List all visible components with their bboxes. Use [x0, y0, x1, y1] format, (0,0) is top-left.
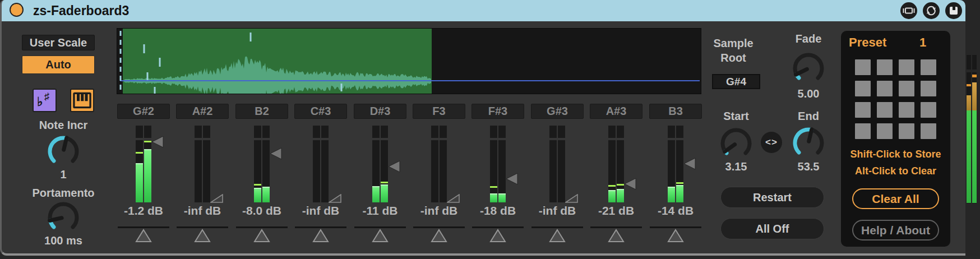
note-label[interactable]: G#2	[117, 104, 170, 119]
fader-handle[interactable]	[151, 136, 164, 148]
pan-slider-track	[590, 226, 642, 228]
pan-slider-handle[interactable]	[372, 229, 389, 243]
fader-meter[interactable]	[410, 126, 468, 205]
note-incr-value: 1	[24, 168, 103, 181]
pan-slider-track	[236, 226, 288, 228]
all-off-button[interactable]: All Off	[720, 218, 824, 239]
start-knob[interactable]	[718, 126, 754, 161]
preset-slot-1[interactable]	[855, 59, 871, 75]
preset-slot-7[interactable]	[899, 81, 914, 96]
clear-all-button[interactable]: Clear All	[852, 188, 939, 209]
note-label[interactable]: F3	[413, 104, 465, 119]
portamento-knob[interactable]	[45, 200, 81, 235]
fader-handle-min[interactable]	[329, 194, 341, 203]
fader-meter[interactable]	[233, 126, 291, 205]
preset-title: Preset	[849, 35, 886, 50]
fader-meter[interactable]	[469, 126, 527, 205]
note-label[interactable]: F#3	[471, 104, 524, 119]
fader-meter[interactable]	[587, 126, 645, 205]
preset-slot-6[interactable]	[877, 81, 893, 96]
sample-root-label: Sample Root	[707, 36, 760, 65]
meter-headroom-right	[381, 126, 388, 138]
fader-handle-min[interactable]	[565, 194, 578, 203]
preset-slot-14[interactable]	[877, 123, 893, 139]
fader-meter[interactable]	[292, 126, 350, 205]
fader-meter[interactable]	[114, 126, 173, 205]
pan-slider-handle[interactable]	[135, 229, 152, 243]
meter-headroom-left	[372, 126, 380, 138]
preset-slot-8[interactable]	[921, 81, 936, 96]
pan-slider-handle[interactable]	[431, 229, 447, 243]
fader-db-value[interactable]: -18 dB	[469, 204, 527, 218]
fader-db-value[interactable]: -inf dB	[528, 204, 586, 218]
fader-handle[interactable]	[683, 158, 696, 170]
preset-slot-16[interactable]	[921, 123, 936, 139]
device-activator-toggle[interactable]	[10, 3, 24, 17]
pan-slider-handle[interactable]	[667, 229, 684, 243]
fader-db-value[interactable]: -11 dB	[351, 204, 409, 218]
fader-handle[interactable]	[506, 173, 518, 185]
fade-knob[interactable]	[791, 50, 826, 86]
meter-track-right	[321, 140, 329, 202]
fader-db-value[interactable]: -14 dB	[646, 204, 705, 218]
pan-slider-handle[interactable]	[253, 229, 270, 243]
sync-icon[interactable]	[923, 2, 940, 19]
meter-track-right	[498, 140, 506, 202]
pan-slider-handle[interactable]	[489, 229, 506, 243]
piano-keyboard-icon	[71, 90, 93, 111]
pan-slider-handle[interactable]	[194, 229, 211, 243]
pan-slider-handle[interactable]	[549, 229, 566, 243]
preset-slot-3[interactable]	[899, 59, 914, 75]
fader-handle-min[interactable]	[210, 194, 223, 203]
fader-meter[interactable]	[528, 126, 586, 205]
note-label[interactable]: D#3	[354, 104, 406, 119]
sample-waveform-display[interactable]	[117, 28, 701, 94]
preset-slot-10[interactable]	[877, 102, 893, 118]
auto-button[interactable]: Auto	[22, 55, 95, 74]
restart-button[interactable]: Restart	[720, 187, 824, 208]
fader-meter[interactable]	[173, 126, 232, 205]
note-label[interactable]: G#3	[531, 104, 584, 119]
fader-handle[interactable]	[624, 178, 636, 190]
pan-slider-handle[interactable]	[312, 229, 329, 243]
pan-slider-handle[interactable]	[608, 229, 625, 243]
preset-slot-5[interactable]	[855, 81, 871, 96]
fader-meter[interactable]	[351, 126, 409, 205]
accidentals-toggle-button[interactable]: ♭ ♯	[33, 89, 57, 112]
end-knob[interactable]	[791, 125, 826, 161]
preset-slot-2[interactable]	[877, 59, 893, 75]
fader-handle[interactable]	[270, 147, 282, 160]
fader-handle[interactable]	[388, 160, 400, 173]
preset-slot-9[interactable]	[855, 102, 871, 118]
help-about-button[interactable]: Help / About	[852, 220, 939, 240]
fader-handle-min[interactable]	[447, 194, 460, 203]
note-label[interactable]: C#3	[294, 104, 347, 119]
note-label[interactable]: B3	[649, 104, 702, 119]
meter-track-right	[262, 140, 270, 202]
preset-slot-11[interactable]	[899, 102, 914, 118]
user-scale-button[interactable]: User Scale	[22, 35, 95, 50]
note-label[interactable]: B2	[235, 104, 288, 119]
swap-start-end-button[interactable]: <>	[761, 132, 782, 153]
preset-slot-13[interactable]	[855, 123, 871, 139]
fader-db-value[interactable]: -8.0 dB	[233, 204, 291, 218]
preset-store-hint: Shift-Click to Store	[841, 149, 950, 160]
note-incr-knob[interactable]	[45, 133, 81, 169]
fader-meter[interactable]	[646, 126, 705, 205]
meter-track-right	[381, 140, 388, 202]
sample-root-value[interactable]: G#4	[712, 74, 760, 89]
keyboard-toggle-button[interactable]	[70, 89, 94, 112]
fader-db-value[interactable]: -inf dB	[173, 204, 232, 218]
preset-slot-4[interactable]	[921, 59, 936, 75]
preset-slot-15[interactable]	[899, 123, 914, 139]
save-icon[interactable]	[945, 2, 962, 19]
window-icon[interactable]	[900, 2, 917, 19]
fader-db-value[interactable]: -1.2 dB	[114, 204, 173, 218]
preset-slot-12[interactable]	[921, 102, 936, 118]
fader-db-value[interactable]: -inf dB	[410, 204, 468, 218]
fader-db-value[interactable]: -inf dB	[292, 204, 350, 218]
pan-slider-track	[650, 226, 701, 228]
note-label[interactable]: A#3	[590, 104, 642, 119]
fader-db-value[interactable]: -21 dB	[587, 204, 645, 218]
note-label[interactable]: A#2	[176, 104, 229, 119]
